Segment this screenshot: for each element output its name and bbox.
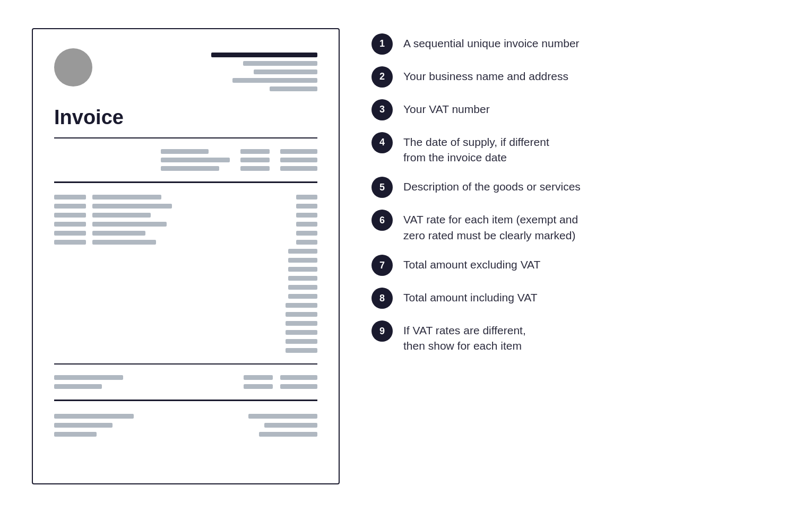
list-item-5: 5 Description of the goods or services xyxy=(372,176,780,198)
item-bar-r3a xyxy=(296,213,317,218)
badge-5: 5 xyxy=(372,177,393,198)
list-text-1: A sequential unique invoice number xyxy=(403,32,580,51)
invoice-logo xyxy=(54,48,92,86)
item-bar-r4c xyxy=(286,330,317,335)
sub-bar-r1b xyxy=(280,375,317,380)
item-bar-r1a xyxy=(296,195,317,199)
list-text-4: The date of supply, if different from th… xyxy=(403,131,549,166)
divider-1 xyxy=(54,137,317,139)
list-text-5: Description of the goods or services xyxy=(403,176,581,194)
item-bar-l4a xyxy=(54,222,86,227)
total-bar-l2 xyxy=(54,423,113,428)
item-bar-l6a xyxy=(54,240,86,245)
info-bar-l1 xyxy=(161,149,209,154)
total-bar-r3 xyxy=(259,432,317,437)
info-col-left xyxy=(161,149,230,171)
item-bar-r2c xyxy=(286,312,317,317)
item-bar-l3b xyxy=(92,213,151,218)
info-bar-r22 xyxy=(280,158,317,162)
sub-bar-r2b xyxy=(280,384,317,389)
list-item-4: 4 The date of supply, if different from … xyxy=(372,131,780,166)
item-bar-l2b xyxy=(92,204,172,209)
badge-7: 7 xyxy=(372,255,393,276)
item-bar-r6b xyxy=(288,294,317,299)
list-item-2: 2 Your business name and address xyxy=(372,65,780,88)
item-row-4 xyxy=(54,222,269,227)
invoice-info xyxy=(54,142,317,178)
info-bar-r12 xyxy=(240,158,270,162)
list-item-9: 9 If VAT rates are different, then show … xyxy=(372,319,780,354)
total-bar-l3 xyxy=(54,432,97,437)
sub-bar-r1a xyxy=(244,375,273,380)
invoice-total xyxy=(54,404,317,442)
list-text-7: Total amount excluding VAT xyxy=(403,254,540,272)
item-bar-r5c xyxy=(286,339,317,344)
item-row-2 xyxy=(54,204,269,209)
badge-6: 6 xyxy=(372,210,393,231)
numbered-list: 1 A sequential unique invoice number 2 Y… xyxy=(372,28,780,354)
list-item-3: 3 Your VAT number xyxy=(372,98,780,120)
badge-4: 4 xyxy=(372,132,393,153)
sub-bar-l1 xyxy=(54,375,123,380)
item-bar-l4b xyxy=(92,222,167,227)
info-col-r1 xyxy=(240,149,270,171)
item-row-3 xyxy=(54,213,269,218)
item-bar-r1b xyxy=(288,249,317,254)
item-bar-l1b xyxy=(92,195,161,199)
list-item-7: 7 Total amount excluding VAT xyxy=(372,254,780,276)
info-col-r2 xyxy=(280,149,317,171)
item-bar-l6b xyxy=(92,240,156,245)
header-bar-3 xyxy=(254,70,317,74)
total-left xyxy=(54,414,134,437)
invoice-header-right xyxy=(211,53,317,91)
badge-1: 1 xyxy=(372,33,393,55)
info-bar-l2 xyxy=(161,158,230,162)
badge-2: 2 xyxy=(372,66,393,88)
list-text-8: Total amount including VAT xyxy=(403,287,538,305)
info-bar-r13 xyxy=(240,166,270,171)
item-bar-r2a xyxy=(296,204,317,209)
list-text-6: VAT rate for each item (exempt and zero … xyxy=(403,209,578,243)
total-bar-l1 xyxy=(54,414,134,419)
items-right xyxy=(279,195,317,353)
invoice-items xyxy=(54,186,317,360)
info-bar-r21 xyxy=(280,149,317,154)
item-bar-l5b xyxy=(92,231,145,236)
item-bar-r3c xyxy=(286,321,317,326)
info-bar-l3 xyxy=(161,166,219,171)
invoice-header xyxy=(54,48,317,91)
invoice-subtotal xyxy=(54,368,317,396)
invoice-mockup: Invoice xyxy=(32,28,340,484)
item-bar-r6a xyxy=(296,240,317,245)
list-text-9: If VAT rates are different, then show fo… xyxy=(403,319,526,354)
header-bar-1 xyxy=(211,53,317,57)
subtotal-left xyxy=(54,375,123,389)
item-bar-r5a xyxy=(296,231,317,236)
total-bar-r2 xyxy=(264,423,317,428)
item-bar-r1c xyxy=(286,303,317,308)
total-bar-r1 xyxy=(248,414,317,419)
badge-8: 8 xyxy=(372,288,393,309)
badge-9: 9 xyxy=(372,320,393,342)
item-bar-l2a xyxy=(54,204,86,209)
item-bar-r4a xyxy=(296,222,317,227)
list-item-6: 6 VAT rate for each item (exempt and zer… xyxy=(372,209,780,243)
divider-2 xyxy=(54,181,317,183)
sub-bar-l2 xyxy=(54,384,102,389)
item-bar-r4b xyxy=(288,276,317,281)
item-row-1 xyxy=(54,195,269,199)
sub-bar-r2a xyxy=(244,384,273,389)
item-bar-r3b xyxy=(288,267,317,272)
info-bar-r11 xyxy=(240,149,270,154)
item-bar-l3a xyxy=(54,213,86,218)
items-left xyxy=(54,195,269,353)
item-bar-l5a xyxy=(54,231,86,236)
total-right xyxy=(248,414,317,437)
invoice-title: Invoice xyxy=(54,106,317,129)
item-bar-r5b xyxy=(288,285,317,290)
item-bar-r2b xyxy=(288,258,317,263)
divider-3 xyxy=(54,363,317,365)
list-text-2: Your business name and address xyxy=(403,65,568,84)
list-text-3: Your VAT number xyxy=(403,98,490,117)
item-bar-l1a xyxy=(54,195,86,199)
